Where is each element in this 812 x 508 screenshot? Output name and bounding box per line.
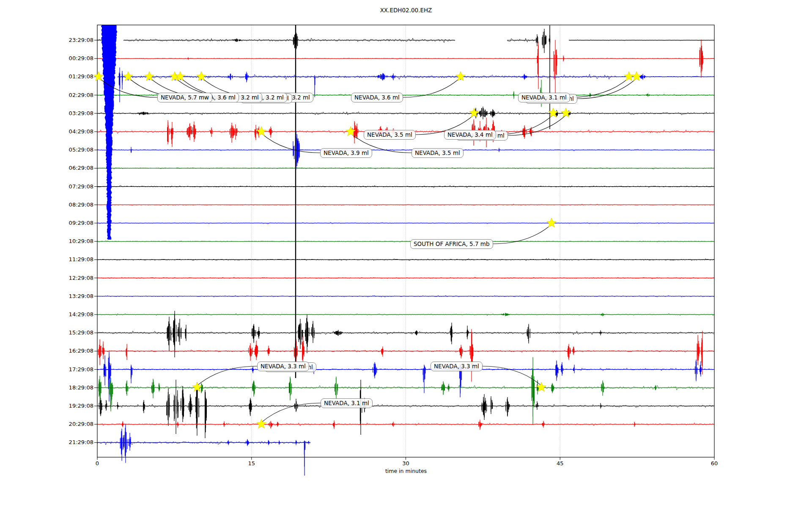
trace-event-burst xyxy=(482,394,487,420)
trace-event-burst xyxy=(167,317,171,351)
trace-event-burst xyxy=(159,383,159,392)
trace-event-burst xyxy=(277,422,278,427)
trace-event-burst xyxy=(122,71,123,89)
trace-event-burst xyxy=(537,41,538,89)
y-tick-label: 18:29:08 xyxy=(53,384,93,391)
trace-event-burst xyxy=(647,94,650,97)
x-axis-label: time in minutes xyxy=(343,468,469,474)
trace-event-burst xyxy=(655,385,656,390)
trace-event-burst xyxy=(556,361,558,381)
trace-event-burst xyxy=(697,335,700,365)
trace-event-burst xyxy=(173,311,176,357)
saturated-event-mass xyxy=(101,25,117,240)
trace-event-burst xyxy=(308,441,310,444)
trace-event-burst xyxy=(479,420,482,430)
y-tick-label: 10:29:08 xyxy=(53,238,93,244)
event-star-icon xyxy=(624,72,634,81)
trace-noise xyxy=(97,442,310,445)
y-tick-label: 13:29:08 xyxy=(53,293,93,299)
y-tick-label: 00:29:08 xyxy=(53,55,93,61)
seismogram-canvas xyxy=(0,0,812,508)
event-annotation-label: NEVADA, 5.7 mw xyxy=(157,93,212,102)
trace-event-burst xyxy=(561,362,563,376)
trace-event-burst xyxy=(223,421,225,427)
trace-event-burst xyxy=(573,365,574,373)
y-tick-label: 23:29:08 xyxy=(53,37,93,43)
y-tick-label: 06:29:08 xyxy=(53,165,93,171)
trace-event-burst xyxy=(151,379,154,398)
trace-event-burst xyxy=(185,325,186,341)
trace-event-burst xyxy=(120,428,124,461)
trace-event-burst xyxy=(536,34,538,46)
trace-event-burst xyxy=(522,74,527,80)
trace-event-burst xyxy=(252,381,255,397)
y-tick-label: 02:29:08 xyxy=(53,92,93,98)
trace-event-burst xyxy=(499,148,499,152)
trace-event-burst xyxy=(551,383,554,393)
trace-event-burst xyxy=(126,344,127,360)
trace-event-burst xyxy=(249,398,252,416)
trace-event-burst xyxy=(98,339,101,365)
y-tick-label: 05:29:08 xyxy=(53,146,93,153)
seismogram-figure: XX.EDH02.00.EHZ time in minutes 23:29:08… xyxy=(0,0,812,508)
y-tick-label: 07:29:08 xyxy=(53,183,93,190)
trace-event-burst xyxy=(640,74,646,80)
trace-event-burst xyxy=(506,397,510,417)
trace-event-burst xyxy=(568,344,571,360)
trace-event-burst xyxy=(536,401,538,410)
event-annotation-label: NEVADA, 3.5 ml xyxy=(364,130,416,140)
trace-event-burst xyxy=(99,398,102,416)
trace-event-burst xyxy=(311,321,314,343)
event-star-icon xyxy=(547,218,557,227)
trace-event-burst xyxy=(542,29,546,53)
y-tick-label: 20:29:08 xyxy=(53,421,93,427)
trace-event-burst xyxy=(268,345,269,356)
trace-event-burst xyxy=(373,362,377,378)
event-annotation-label: NEVADA, 3.3 ml xyxy=(431,362,483,371)
trace-event-burst xyxy=(255,340,258,360)
trace-event-burst xyxy=(105,400,107,411)
trace-event-burst xyxy=(122,421,123,427)
trace-event-burst xyxy=(304,440,305,475)
event-star-icon xyxy=(94,72,104,81)
trace-event-burst xyxy=(302,336,304,363)
x-tick-label: 30 xyxy=(395,460,417,467)
trace-event-burst xyxy=(392,73,395,80)
trace-event-burst xyxy=(523,125,526,139)
trace-event-burst xyxy=(423,365,425,393)
trace-event-burst xyxy=(178,319,181,345)
trace-event-burst xyxy=(129,433,131,450)
y-tick-label: 03:29:08 xyxy=(53,110,93,116)
trace-event-burst xyxy=(600,330,601,335)
trace-event-burst xyxy=(491,396,493,414)
trace-event-burst xyxy=(269,127,272,138)
event-annotation-label: NEVADA, 3.6 ml xyxy=(351,93,403,102)
trace-event-burst xyxy=(573,346,574,355)
trace-event-burst xyxy=(269,421,272,428)
trace-event-burst xyxy=(167,120,170,144)
y-tick-label: 21:29:08 xyxy=(53,439,93,445)
trace-event-burst xyxy=(296,440,297,445)
trace-event-burst xyxy=(490,109,495,118)
trace-event-burst xyxy=(252,367,254,373)
event-annotation-label: NEVADA, 3.1 ml xyxy=(321,398,373,408)
trace-noise xyxy=(97,222,714,224)
trace-event-burst xyxy=(289,377,292,400)
trace-event-burst xyxy=(188,57,189,60)
event-annotation-label: NEVADA, 3.9 ml xyxy=(320,148,372,158)
y-tick-label: 04:29:08 xyxy=(53,128,93,135)
event-star-icon xyxy=(257,419,266,428)
y-tick-label: 15:29:08 xyxy=(53,329,93,336)
trace-event-burst xyxy=(695,360,697,381)
event-annotation-label: NEVADA, 3.5 ml xyxy=(411,148,464,158)
trace-event-burst xyxy=(700,39,703,77)
trace-event-burst xyxy=(305,315,309,353)
trace-event-burst xyxy=(258,327,260,339)
trace-event-burst xyxy=(189,394,192,417)
trace-event-burst xyxy=(131,147,132,153)
x-tick-label: 0 xyxy=(87,460,108,467)
event-annotation-label: SOUTH OF AFRICA, 5.7 mb xyxy=(410,239,493,249)
event-annotation-label: NEVADA, 3.1 ml xyxy=(518,93,570,102)
trace-event-burst xyxy=(228,440,229,445)
trace-event-burst xyxy=(460,345,463,358)
